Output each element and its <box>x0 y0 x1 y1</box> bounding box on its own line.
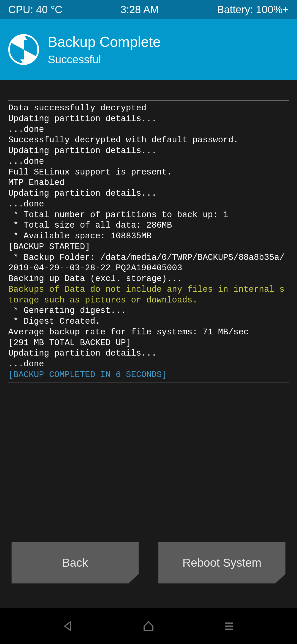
log-line: ...done <box>8 124 289 135</box>
log-line: Updating partition details... <box>8 188 289 199</box>
log-line: [BACKUP STARTED] <box>8 242 289 252</box>
log-line: * Digest Created. <box>8 316 289 327</box>
log-line: Data successfully decrypted <box>8 103 289 114</box>
navigation-bar <box>0 608 297 644</box>
log-line: [291 MB TOTAL BACKED UP] <box>8 338 289 348</box>
log-line: Average backup rate for file systems: 71… <box>8 327 289 338</box>
back-nav-icon[interactable] <box>60 618 76 634</box>
log-line: Successfully decrypted with default pass… <box>8 135 289 146</box>
log-line: Backing up Data (excl. storage)... <box>8 274 289 284</box>
home-nav-icon[interactable] <box>140 618 157 634</box>
page-subtitle: Successful <box>48 53 161 66</box>
cpu-temp: CPU: 40 °C <box>8 4 62 16</box>
log-line: * Total number of partitions to back up:… <box>8 210 289 220</box>
battery-status: Battery: 100%+ <box>217 4 289 16</box>
log-line: Backups of Data do not include any files… <box>8 284 289 306</box>
header: Backup Complete Successful <box>0 19 297 80</box>
clock-time: 3:28 AM <box>120 4 159 16</box>
reboot-system-button[interactable]: Reboot System <box>158 542 285 583</box>
page-title: Backup Complete <box>48 34 161 50</box>
log-line: MTP Enabled <box>8 178 289 188</box>
log-line: * Total size of all data: 286MB <box>8 220 289 231</box>
header-text: Backup Complete Successful <box>48 34 161 66</box>
twrp-logo-icon <box>8 34 39 65</box>
log-line: Full SELinux support is present. <box>8 167 289 178</box>
menu-nav-icon[interactable] <box>221 618 237 634</box>
log-line: Updating partition details... <box>8 348 289 359</box>
log-line: [BACKUP COMPLETED IN 6 SECONDS] <box>8 370 289 380</box>
button-row: Back Reboot System <box>0 542 297 583</box>
log-line: ...done <box>8 359 289 370</box>
log-line: Updating partition details... <box>8 114 289 124</box>
log-line: * Backup Folder: /data/media/0/TWRP/BACK… <box>8 252 289 274</box>
log-line: * Generating digest... <box>8 305 289 316</box>
status-bar: CPU: 40 °C 3:28 AM Battery: 100%+ <box>0 0 297 19</box>
log-output[interactable]: Data successfully decryptedUpdating part… <box>8 100 289 383</box>
log-line: Updating partition details... <box>8 146 289 156</box>
log-line: * Available space: 108835MB <box>8 231 289 242</box>
back-button[interactable]: Back <box>12 542 139 583</box>
log-line: ...done <box>8 199 289 210</box>
log-line: ...done <box>8 156 289 167</box>
